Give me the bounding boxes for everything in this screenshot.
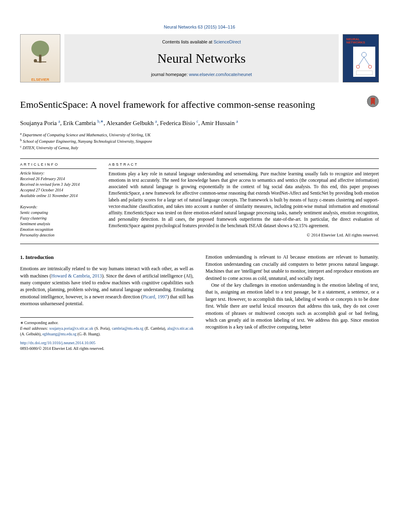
keyword: Emotion recognition bbox=[20, 227, 97, 232]
homepage-prefix: journal homepage: bbox=[151, 72, 189, 77]
cover-diagram bbox=[353, 47, 375, 77]
section-heading: 1. Introduction bbox=[20, 254, 193, 261]
affiliation-c: DITEN, University of Genoa, Italy bbox=[23, 146, 78, 150]
body-paragraph: Emotion understanding is relevant to AI … bbox=[206, 254, 379, 282]
keyword: Personality detection bbox=[20, 232, 97, 238]
history-received: Received 26 February 2014 bbox=[20, 176, 97, 182]
history-accepted: Accepted 27 October 2014 bbox=[20, 187, 97, 193]
abstract-heading: A B S T R A C T bbox=[109, 162, 379, 167]
keywords-label: Keywords: bbox=[20, 204, 97, 210]
affiliations: a Department of Computing Science and Ma… bbox=[20, 131, 379, 151]
history-label: Article history: bbox=[20, 170, 97, 176]
journal-homepage-link[interactable]: www.elsevier.com/locate/neunet bbox=[189, 72, 252, 77]
body-paragraph: One of the key challenges in emotion und… bbox=[206, 282, 379, 331]
abstract-copyright: © 2014 Elsevier Ltd. All rights reserved… bbox=[109, 232, 379, 238]
author[interactable]: Federica Bisio c bbox=[160, 120, 198, 126]
email-addresses: E-mail addresses: soujanya.poria@cs.stir… bbox=[20, 326, 193, 337]
journal-homepage-line: journal homepage: www.elsevier.com/locat… bbox=[72, 72, 331, 78]
author[interactable]: Alexander Gelbukh a bbox=[106, 120, 157, 126]
article-info: A R T I C L E I N F O Article history: R… bbox=[20, 162, 97, 238]
author[interactable]: Amir Hussain a bbox=[201, 120, 238, 126]
keyword: Sentic computing bbox=[20, 210, 97, 216]
history-online: Available online 11 November 2014 bbox=[20, 193, 97, 199]
keyword: Fuzzy clustering bbox=[20, 216, 97, 221]
journal-center-panel: Contents lists available at ScienceDirec… bbox=[64, 34, 339, 82]
elsevier-logo-text: ELSEVIER bbox=[31, 77, 49, 82]
svg-point-2 bbox=[34, 59, 37, 62]
abstract-text: Emotions play a key role in natural lang… bbox=[109, 170, 379, 229]
affiliation-b: School of Computer Engineering, Nanyang … bbox=[23, 139, 152, 144]
article-title: EmoSenticSpace: A novel framework for af… bbox=[20, 99, 379, 111]
history-revised: Received in revised form 3 July 2014 bbox=[20, 182, 97, 187]
crossmark-icon[interactable] bbox=[367, 95, 379, 107]
right-column: Emotion understanding is relevant to AI … bbox=[206, 254, 379, 337]
svg-rect-8 bbox=[356, 71, 372, 75]
svg-line-7 bbox=[364, 57, 369, 65]
authors-list: Soujanya Poria a, Erik Cambria b,∗, Alex… bbox=[20, 119, 379, 127]
email-link[interactable]: egbhuang@ntu.edu.sg bbox=[42, 332, 76, 336]
abstract: A B S T R A C T Emotions play a key role… bbox=[109, 162, 379, 238]
body-columns: 1. Introduction Emotions are intrinsical… bbox=[20, 254, 379, 337]
body-paragraph: Emotions are intrinsically related to th… bbox=[20, 265, 193, 307]
elsevier-tree-icon bbox=[28, 39, 52, 67]
journal-reference: Neural Networks 63 (2015) 104–116 bbox=[20, 24, 379, 30]
corresponding-author: ∗ Corresponding author. bbox=[20, 320, 193, 326]
citation-link[interactable]: Picard, 1997 bbox=[143, 294, 167, 300]
doi-line: http://dx.doi.org/10.1016/j.neunet.2014.… bbox=[20, 340, 379, 346]
affiliation-a: Department of Computing Science and Math… bbox=[23, 133, 150, 137]
author[interactable]: Soujanya Poria a bbox=[20, 120, 60, 126]
article-info-heading: A R T I C L E I N F O bbox=[20, 162, 97, 167]
elsevier-logo[interactable]: ELSEVIER bbox=[20, 34, 60, 82]
meta-abstract-row: A R T I C L E I N F O Article history: R… bbox=[20, 159, 379, 244]
bottom-copyright: 0893-6080/© 2014 Elsevier Ltd. All right… bbox=[20, 346, 379, 351]
email-link[interactable]: alu@cs.stir.ac.uk bbox=[167, 327, 193, 331]
author[interactable]: Erik Cambria b,∗ bbox=[63, 120, 103, 126]
footnotes: ∗ Corresponding author. E-mail addresses… bbox=[20, 317, 193, 337]
keyword: Sentiment analysis bbox=[20, 221, 97, 227]
journal-cover-thumbnail[interactable]: NEURAL NETWORKS bbox=[343, 34, 379, 82]
left-column: 1. Introduction Emotions are intrinsical… bbox=[20, 254, 193, 337]
svg-point-4 bbox=[356, 65, 360, 68]
email-link[interactable]: soujanya.poria@cs.stir.ac.uk bbox=[49, 327, 93, 331]
email-link[interactable]: cambria@ntu.edu.sg bbox=[112, 327, 143, 331]
journal-title: Neural Networks bbox=[72, 49, 331, 68]
svg-line-6 bbox=[359, 57, 364, 65]
divider bbox=[20, 244, 379, 244]
sciencedirect-link[interactable]: ScienceDirect bbox=[214, 39, 241, 44]
svg-point-3 bbox=[362, 52, 366, 57]
contents-available-line: Contents lists available at ScienceDirec… bbox=[72, 39, 331, 45]
journal-header: ELSEVIER Contents lists available at Sci… bbox=[20, 34, 379, 82]
doi-link[interactable]: http://dx.doi.org/10.1016/j.neunet.2014.… bbox=[20, 341, 95, 345]
cover-title-text: NEURAL NETWORKS bbox=[346, 38, 378, 44]
contents-prefix: Contents lists available at bbox=[162, 39, 214, 44]
svg-point-0 bbox=[31, 41, 49, 57]
svg-point-5 bbox=[368, 65, 372, 68]
citation-link[interactable]: Howard & Cambria, 2013 bbox=[51, 273, 102, 279]
